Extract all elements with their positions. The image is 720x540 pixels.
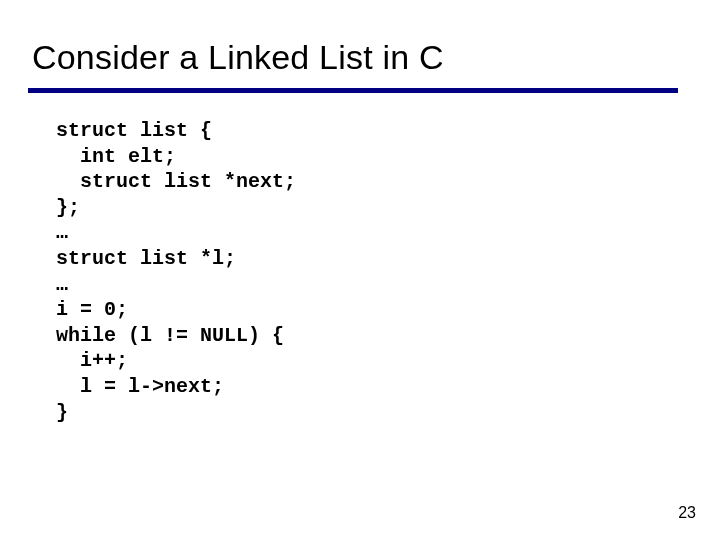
slide-title: Consider a Linked List in C [32,38,444,77]
title-underline [28,88,678,93]
code-block: struct list { int elt; struct list *next… [56,118,296,425]
page-number: 23 [678,504,696,522]
slide: Consider a Linked List in C struct list … [0,0,720,540]
